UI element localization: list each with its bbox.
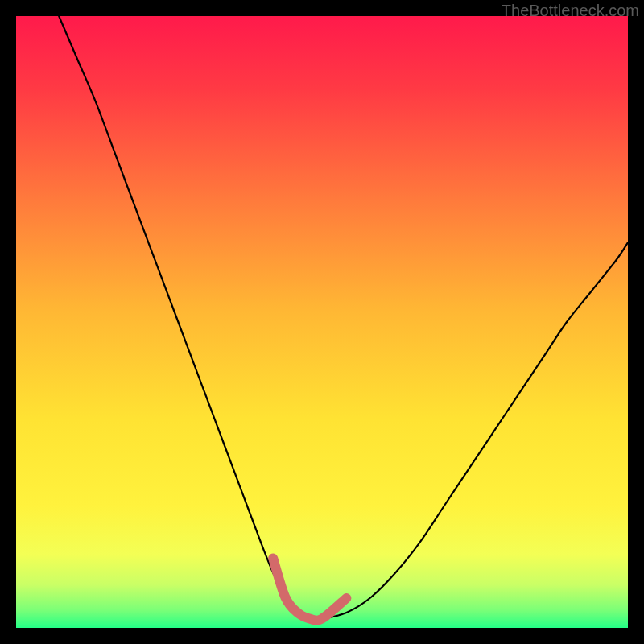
- chart-svg: [16, 16, 628, 628]
- gradient-background: [16, 16, 628, 628]
- chart-frame: TheBottleneck.com: [0, 0, 644, 644]
- watermark-text: TheBottleneck.com: [502, 2, 639, 20]
- chart-plot-area: [16, 16, 628, 628]
